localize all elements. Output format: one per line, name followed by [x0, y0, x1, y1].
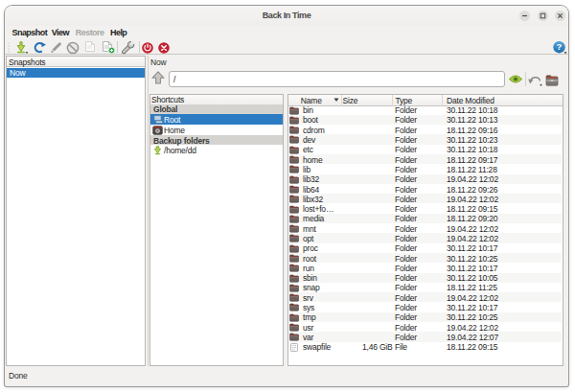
svg-text:?: ?	[557, 41, 563, 52]
